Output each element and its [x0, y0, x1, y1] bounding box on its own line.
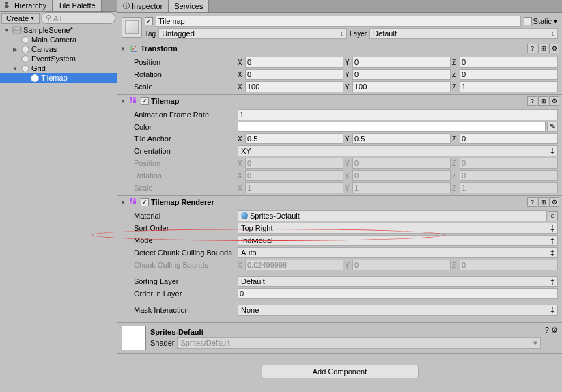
hierarchy-tree[interactable]: ▼ SampleScene* Main Camera ▶ Canvas Even… [0, 25, 117, 392]
order-layer-label: Order in Layer [134, 290, 238, 298]
transform-scl-y[interactable] [352, 81, 451, 92]
mask-dropdown[interactable]: None‡ [238, 305, 558, 316]
foldout-icon[interactable]: ▶ [11, 46, 19, 53]
hierarchy-item-grid[interactable]: ▼ Grid [0, 64, 117, 73]
frame-rate-input[interactable] [238, 109, 558, 120]
hierarchy-scene[interactable]: ▼ SampleScene* [0, 25, 117, 35]
foldout-icon[interactable]: ▼ [11, 65, 19, 72]
tm-pos-y [352, 158, 451, 169]
renderer-enabled-checkbox[interactable] [141, 198, 149, 206]
tm-scl-y [352, 182, 451, 193]
hierarchy-item-canvas[interactable]: ▶ Canvas [0, 44, 117, 54]
tilemap-component-header[interactable]: ▼ Tilemap ? ⊞ ⚙ [117, 95, 562, 107]
gameobject-icon [20, 64, 30, 72]
chevron-down-icon: ▼ [30, 16, 35, 20]
chevron-down-icon: ‡ [341, 31, 343, 37]
tab-hierarchy[interactable]: Hierarchy [0, 0, 53, 11]
eyedropper-icon[interactable]: ✎ [547, 122, 558, 132]
tag-dropdown[interactable]: Untagged‡ [158, 28, 347, 39]
renderer-component-header[interactable]: ▼ Tilemap Renderer ? ⊞ ⚙ [117, 196, 562, 208]
sorting-layer-dropdown[interactable]: Default‡ [238, 276, 558, 287]
tm-scl-x [245, 182, 343, 193]
preset-button[interactable]: ⊞ [538, 96, 548, 106]
object-name-input[interactable]: Tilemap [156, 16, 521, 27]
create-button[interactable]: Create ▼ [1, 13, 40, 24]
material-name: Sprites-Default [150, 328, 541, 336]
hierarchy-item-camera[interactable]: Main Camera [0, 35, 117, 44]
transform-rot-y[interactable] [352, 69, 451, 80]
transform-rot-z[interactable] [460, 69, 558, 80]
inspector-icon: ⓘ [123, 1, 130, 11]
transform-pos-z[interactable] [460, 57, 558, 68]
foldout-icon[interactable]: ▼ [120, 46, 127, 52]
create-label: Create [6, 14, 29, 23]
rotation-label: Rotation [134, 70, 238, 79]
static-checkbox[interactable] [524, 17, 532, 25]
tab-tile-palette[interactable]: Tile Palette [53, 0, 102, 11]
anchor-y[interactable] [352, 133, 451, 144]
tm-rot-y [352, 170, 451, 181]
orientation-dropdown[interactable]: XY‡ [238, 145, 558, 156]
position-label: Position [134, 58, 238, 66]
static-dropdown-icon[interactable]: ▼ [553, 19, 558, 24]
gear-icon[interactable]: ⚙ [551, 326, 558, 334]
transform-pos-y[interactable] [352, 57, 451, 68]
foldout-icon[interactable]: ▼ [120, 199, 127, 206]
help-button[interactable]: ? [545, 326, 549, 334]
tab-services-label: Services [174, 2, 203, 10]
help-button[interactable]: ? [527, 197, 537, 207]
hierarchy-icon [5, 2, 12, 9]
hierarchy-item-tilemap[interactable]: Tilemap [0, 73, 117, 83]
gear-icon[interactable]: ⚙ [549, 96, 559, 106]
search-input[interactable]: ⚲ All [41, 12, 115, 24]
color-field[interactable] [238, 122, 546, 132]
foldout-icon[interactable]: ▼ [3, 27, 11, 33]
material-field[interactable]: Sprites-Default [238, 210, 547, 221]
preset-button[interactable]: ⊞ [538, 44, 548, 53]
tilemap-icon [129, 96, 139, 106]
tilemap-enabled-checkbox[interactable] [141, 97, 149, 105]
preset-button[interactable]: ⊞ [538, 197, 548, 207]
hierarchy-item-eventsystem[interactable]: EventSystem [0, 54, 117, 64]
transform-scl-z[interactable] [460, 81, 558, 92]
tilemap-title: Tilemap [151, 97, 525, 105]
orientation-label: Orientation [134, 147, 238, 155]
sorting-layer-label: Sorting Layer [134, 277, 238, 285]
gameobject-icon [20, 45, 30, 53]
anchor-z[interactable] [460, 133, 558, 144]
order-layer-input[interactable] [238, 288, 558, 299]
add-component-button[interactable]: Add Component [262, 365, 419, 378]
detect-bounds-label: Detect Chunk Culling Bounds [134, 249, 238, 257]
shader-dropdown: Sprites/Default▾ [177, 337, 540, 349]
help-button[interactable]: ? [527, 96, 537, 106]
tab-services[interactable]: Services [169, 0, 209, 12]
layer-dropdown[interactable]: Default‡ [369, 28, 558, 39]
transform-icon [129, 44, 139, 53]
transform-pos-x[interactable] [245, 57, 343, 68]
transform-component-header[interactable]: ▼ Transform ? ⊞ ⚙ [117, 42, 562, 55]
detect-bounds-dropdown[interactable]: Auto‡ [238, 247, 558, 258]
gameobject-icon [20, 55, 30, 63]
tab-inspector-label: Inspector [132, 2, 163, 10]
bounds-x [245, 260, 343, 270]
enabled-checkbox[interactable] [145, 17, 153, 25]
tab-inspector[interactable]: ⓘ Inspector [117, 0, 169, 12]
foldout-icon[interactable]: ▼ [120, 98, 127, 104]
transform-scl-x[interactable] [245, 81, 343, 92]
anchor-label: Tile Anchor [134, 135, 238, 143]
tm-rotation-label: Rotation [134, 171, 238, 180]
tm-rot-x [245, 170, 343, 181]
transform-rot-x[interactable] [245, 69, 343, 80]
gameobject-type-icon[interactable] [122, 17, 142, 38]
mode-dropdown[interactable]: Individual‡ [238, 235, 558, 246]
object-picker-icon[interactable]: ⊙ [548, 211, 558, 221]
svg-rect-0 [5, 2, 8, 4]
material-label: Material [134, 212, 238, 220]
help-button[interactable]: ? [527, 44, 537, 53]
anchor-x[interactable] [245, 133, 343, 144]
gear-icon[interactable]: ⚙ [549, 197, 559, 207]
sort-order-dropdown[interactable]: Top Right‡ [238, 223, 558, 234]
chevron-down-icon: ‡ [550, 224, 554, 232]
material-preview[interactable]: Sprites-Default Shader Sprites/Default▾ … [117, 322, 562, 354]
gear-icon[interactable]: ⚙ [549, 44, 559, 53]
